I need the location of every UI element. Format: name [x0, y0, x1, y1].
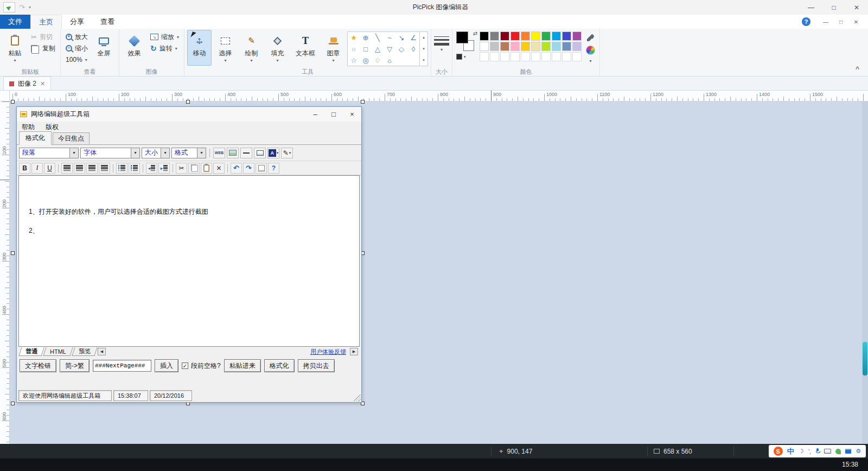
undo-button[interactable]: ↶ — [231, 163, 242, 174]
textbox-tool-button[interactable]: T 文本框 — [291, 30, 320, 66]
fill-tool-button[interactable]: 填充 ▾ — [265, 30, 290, 66]
maximize-button[interactable]: □ — [822, 0, 845, 15]
resize-grip[interactable] — [354, 394, 361, 402]
menu-help[interactable]: 帮助 — [22, 123, 35, 132]
cut-button[interactable]: ✂ 剪切 — [29, 31, 58, 42]
stamp-tool-button[interactable]: 图章 ▾ — [321, 30, 346, 66]
move-tool-button[interactable]: ↔↕ 移动 — [187, 30, 212, 66]
color-swatch[interactable] — [500, 42, 509, 51]
menu-copyright[interactable]: 版权 — [46, 123, 59, 132]
bullet-list-button[interactable] — [129, 163, 140, 174]
app-logo-icon[interactable] — [3, 2, 15, 12]
ime-settings-icon[interactable]: ⚙ — [856, 448, 861, 455]
rectangle-shape[interactable]: □ — [363, 46, 368, 53]
color-swatch[interactable] — [480, 42, 489, 51]
color-swatch[interactable] — [521, 31, 530, 41]
align-right-button[interactable] — [86, 163, 98, 174]
ruler-vertical[interactable]: 100200300400500600 — [0, 101, 10, 444]
circle-plus-shape[interactable]: ⊕ — [363, 34, 369, 41]
view-tab-nav-left[interactable]: ◀ — [98, 348, 106, 355]
canvas-scrollbar-thumb[interactable] — [863, 342, 867, 375]
collapse-ribbon-icon[interactable]: ^ — [856, 65, 859, 73]
paste-button[interactable]: 粘贴 ▾ — [3, 30, 27, 66]
selection-handle-nw[interactable] — [11, 100, 15, 104]
color-swatch[interactable] — [480, 52, 489, 61]
color-swatch[interactable] — [490, 42, 499, 51]
ime-skin-icon[interactable] — [835, 449, 841, 454]
view-tab-normal[interactable]: 普通 — [18, 347, 44, 356]
lozenge-sh ape[interactable]: ◊ — [412, 46, 415, 53]
help-icon[interactable]: ? — [802, 17, 810, 26]
tab-format[interactable]: 格式化 — [19, 131, 52, 145]
color-swatch[interactable] — [562, 31, 571, 41]
document-tab-image2[interactable]: 图像 2 ✕ — [3, 77, 51, 90]
inverted-triangle-shape[interactable]: ▽ — [387, 46, 392, 53]
angle-shape[interactable]: ∠ — [410, 34, 417, 41]
feedback-link[interactable]: 用户体验反馈 — [310, 348, 346, 356]
diamond-shape[interactable]: ◇ — [399, 46, 404, 53]
curve-shape[interactable]: ~ — [387, 34, 392, 41]
zoom-in-button[interactable]: + 放大 — [63, 31, 90, 42]
bold-button[interactable]: B — [19, 163, 30, 174]
color-swatch[interactable] — [572, 42, 582, 51]
image-selection[interactable]: 网络编辑超级工具箱 – □ × 帮助 版权 格式化 今日焦点 — [12, 101, 363, 404]
color-swatch[interactable] — [572, 52, 582, 61]
frame-button[interactable] — [254, 148, 266, 158]
foreground-color-swatch[interactable] — [456, 31, 468, 43]
minimize-button[interactable]: — — [800, 0, 822, 15]
view-tab-preview[interactable]: 预览 — [72, 347, 97, 356]
fullscreen-button[interactable]: 全屏 — [92, 30, 116, 66]
align-left-button[interactable] — [61, 163, 73, 174]
font-color-button[interactable]: A ▾ — [267, 148, 279, 158]
align-center-button[interactable] — [74, 163, 85, 174]
close-button[interactable]: ✕ — [845, 0, 868, 15]
horizontal-rule-button[interactable] — [240, 148, 252, 158]
selection-handle-ne[interactable] — [361, 100, 365, 104]
indent-button[interactable]: ▸ — [158, 163, 170, 174]
resize-button[interactable]: ↘ 缩放 ▾ — [148, 31, 181, 42]
cut-button[interactable]: ✂ — [176, 163, 187, 174]
zoom-out-button[interactable]: − 缩小 — [63, 43, 90, 54]
child-close-button[interactable]: ✕ — [850, 16, 863, 27]
redo-icon[interactable]: ↷ — [19, 3, 25, 11]
color-swatch[interactable] — [531, 52, 540, 61]
nextpage-input[interactable] — [93, 360, 151, 372]
copy-out-button[interactable]: 拷贝出去 — [298, 359, 335, 372]
ime-mic-icon[interactable] — [815, 448, 820, 454]
selection-handle-w[interactable] — [11, 251, 15, 255]
copy-button[interactable] — [188, 163, 200, 174]
outdent-button[interactable]: ◂ — [146, 163, 157, 174]
canvas[interactable]: 网络编辑超级工具箱 – □ × 帮助 版权 格式化 今日焦点 — [10, 101, 868, 444]
color-wheel-dropdown-icon[interactable]: ▾ — [590, 59, 592, 63]
pen-button[interactable]: ✎ ▾ — [281, 148, 293, 158]
quick-access-dropdown-icon[interactable]: ▾ — [29, 5, 31, 10]
color-swatch[interactable] — [480, 31, 489, 41]
tab-view[interactable]: 查看 — [92, 15, 123, 29]
view-tab-nav-right[interactable]: ▶ — [350, 348, 358, 355]
insert-image-button[interactable] — [227, 148, 239, 158]
paragraph-dropdown-icon[interactable]: ▾ — [69, 148, 78, 158]
insert-button[interactable]: 插入 — [155, 359, 178, 372]
sogou-logo-icon[interactable]: S — [774, 447, 783, 456]
color-swatch[interactable] — [500, 52, 509, 61]
bullseye-shape[interactable]: ◎ — [362, 57, 368, 64]
color-swatch[interactable] — [521, 42, 530, 51]
draw-tool-button[interactable]: ✎ 绘制 ▾ — [239, 30, 264, 66]
star-shape[interactable]: ★ — [350, 34, 357, 41]
swap-colors-icon[interactable]: ⇄ — [473, 30, 477, 36]
color-swatch[interactable] — [562, 42, 571, 51]
size-combobox[interactable]: 大小 ▾ — [142, 148, 170, 158]
diamond-outline-shape[interactable]: ♢ — [374, 57, 381, 64]
font-dropdown-icon[interactable]: ▾ — [131, 148, 139, 158]
paragraph-space-checkbox[interactable]: ✓ 段前空格? — [182, 361, 221, 371]
selection-handle-sw[interactable] — [11, 402, 15, 405]
sun-shape[interactable]: ☼ — [386, 57, 393, 64]
tab-today-focus[interactable]: 今日焦点 — [53, 132, 90, 144]
size-dropdown-icon[interactable]: ▾ — [161, 148, 169, 158]
paste-in-button[interactable]: 粘贴进来 — [224, 359, 261, 372]
captured-close-button[interactable]: × — [343, 107, 361, 122]
captured-maximize-button[interactable]: □ — [324, 107, 343, 122]
selection-handle-n[interactable] — [186, 100, 190, 104]
zoom-level-button[interactable]: 100% ▾ — [63, 54, 90, 65]
line-shape[interactable]: ╲ — [375, 34, 380, 41]
